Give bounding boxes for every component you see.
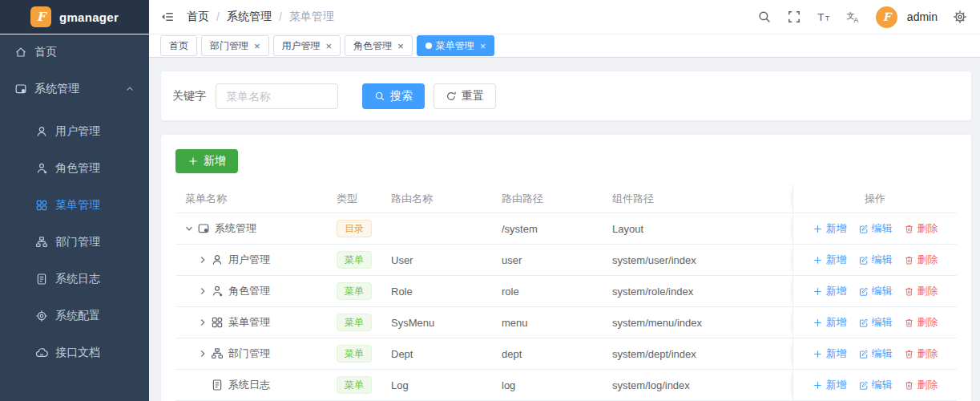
edit-icon — [858, 380, 869, 391]
menu-name: 用户管理 — [228, 253, 270, 267]
route-path: user — [492, 245, 603, 275]
row-edit-link[interactable]: 编辑 — [858, 315, 893, 330]
component-path: system/menu/index — [603, 307, 792, 338]
row-add-link[interactable]: 新增 — [813, 346, 847, 361]
sidebar-item-api[interactable]: 接口文档 — [0, 334, 149, 371]
breadcrumb-item: 菜单管理 — [289, 10, 334, 24]
route-path: dept — [492, 338, 603, 369]
tab-close-icon[interactable]: × — [397, 41, 404, 51]
keyword-input[interactable] — [216, 83, 338, 109]
main-content: 关键字 搜索 重置 新增 菜单名称类型路由名称路由路径组件路径操作 系统管理 目… — [149, 58, 980, 401]
api-icon — [35, 346, 48, 359]
top-bar: F gmanager 首页/系统管理/菜单管理 TT 文A F admin — [0, 0, 980, 34]
row-add-link[interactable]: 新增 — [813, 284, 847, 298]
edit-icon — [858, 318, 869, 328]
collapse-row-icon[interactable] — [183, 223, 195, 234]
route-name: Dept — [381, 338, 492, 369]
tab-close-icon[interactable]: × — [480, 41, 486, 51]
row-delete-link[interactable]: 删除 — [904, 253, 938, 267]
component-path: system/dept/index — [603, 338, 792, 369]
add-menu-button[interactable]: 新增 — [175, 149, 238, 173]
type-tag: 菜单 — [337, 376, 372, 394]
expand-icon — [197, 379, 208, 391]
row-edit-link[interactable]: 编辑 — [858, 221, 893, 236]
sidebar-item-log[interactable]: 系统日志 — [0, 261, 149, 298]
column-header: 路由路径 — [492, 184, 603, 213]
role-icon — [211, 285, 224, 298]
fullscreen-icon[interactable] — [787, 10, 801, 24]
expand-row-icon[interactable] — [197, 348, 208, 359]
fold-sidebar-icon[interactable] — [160, 10, 175, 24]
row-edit-link[interactable]: 编辑 — [858, 378, 893, 392]
tab[interactable]: 菜单管理 × — [417, 35, 495, 56]
svg-text:T: T — [825, 14, 830, 22]
edit-icon — [858, 255, 869, 265]
row-edit-link[interactable]: 编辑 — [858, 284, 893, 298]
tab[interactable]: 首页 — [160, 35, 197, 56]
row-delete-link[interactable]: 删除 — [904, 315, 938, 330]
avatar[interactable]: F — [876, 6, 897, 28]
tab[interactable]: 角色管理 × — [345, 35, 413, 56]
row-add-link[interactable]: 新增 — [813, 221, 847, 236]
settings-gear-icon[interactable] — [953, 10, 967, 24]
search-icon[interactable] — [757, 10, 772, 24]
breadcrumb-separator: / — [216, 10, 220, 23]
route-name: Log — [381, 370, 492, 400]
row-add-link[interactable]: 新增 — [813, 253, 847, 267]
table-row: 系统管理 目录 /system Layout 新增 编辑 删除 — [175, 213, 957, 245]
breadcrumb-item[interactable]: 首页 — [187, 10, 209, 24]
route-path: role — [492, 276, 603, 306]
expand-row-icon[interactable] — [197, 254, 208, 265]
trash-icon — [904, 380, 914, 391]
column-header: 路由名称 — [381, 184, 492, 213]
row-delete-link[interactable]: 删除 — [904, 284, 938, 298]
type-tag: 菜单 — [337, 345, 372, 363]
username[interactable]: admin — [907, 10, 938, 23]
row-edit-link[interactable]: 编辑 — [858, 346, 893, 361]
font-size-icon[interactable]: TT — [817, 10, 831, 24]
route-name: User — [381, 245, 492, 275]
row-add-link[interactable]: 新增 — [813, 315, 847, 330]
app-logo[interactable]: F gmanager — [0, 0, 149, 34]
sidebar-item-user[interactable]: 用户管理 — [0, 113, 149, 150]
breadcrumb-item[interactable]: 系统管理 — [227, 10, 272, 24]
user-icon — [211, 253, 224, 266]
row-edit-link[interactable]: 编辑 — [858, 253, 893, 267]
top-bar-actions: TT 文A F admin — [757, 6, 967, 28]
table-row: 部门管理 菜单 Dept dept system/dept/index 新增 编… — [175, 338, 957, 370]
search-button[interactable]: 搜索 — [362, 83, 425, 109]
keyword-label: 关键字 — [172, 89, 206, 103]
sidebar-item-dept[interactable]: 部门管理 — [0, 224, 149, 261]
expand-row-icon[interactable] — [197, 286, 208, 297]
row-add-link[interactable]: 新增 — [813, 378, 847, 392]
type-tag: 菜单 — [337, 251, 372, 269]
route-name: SysMenu — [381, 307, 492, 338]
reset-button[interactable]: 重置 — [434, 83, 496, 109]
table-row: 菜单管理 菜单 SysMenu menu system/menu/index 新… — [175, 307, 957, 338]
expand-row-icon[interactable] — [197, 317, 208, 328]
sidebar-section-system[interactable]: 系统管理 — [0, 70, 149, 108]
tab-close-icon[interactable]: × — [326, 41, 333, 51]
row-delete-link[interactable]: 删除 — [904, 221, 938, 236]
translate-icon[interactable]: 文A — [846, 10, 861, 24]
column-header: 组件路径 — [603, 184, 792, 213]
system-icon — [197, 222, 210, 235]
tab[interactable]: 部门管理 × — [201, 35, 269, 56]
menu-name: 部门管理 — [228, 346, 270, 361]
plus-icon — [188, 156, 199, 167]
sidebar-item-menu-grid[interactable]: 菜单管理 — [0, 187, 149, 224]
row-delete-link[interactable]: 删除 — [904, 378, 938, 392]
sidebar-item-role[interactable]: 角色管理 — [0, 150, 149, 187]
logo-icon: F — [30, 6, 51, 27]
sidebar-item-home[interactable]: 首页 — [0, 34, 149, 70]
search-icon — [374, 91, 385, 102]
breadcrumb-separator: / — [279, 10, 282, 23]
component-path: system/user/index — [603, 245, 792, 275]
menu-grid-icon — [211, 316, 224, 329]
log-icon — [35, 273, 48, 286]
menu-name: 角色管理 — [228, 284, 270, 298]
sidebar-item-config[interactable]: 系统配置 — [0, 298, 149, 334]
tab[interactable]: 用户管理 × — [273, 35, 341, 56]
tab-close-icon[interactable]: × — [254, 41, 260, 51]
row-delete-link[interactable]: 删除 — [904, 346, 938, 361]
